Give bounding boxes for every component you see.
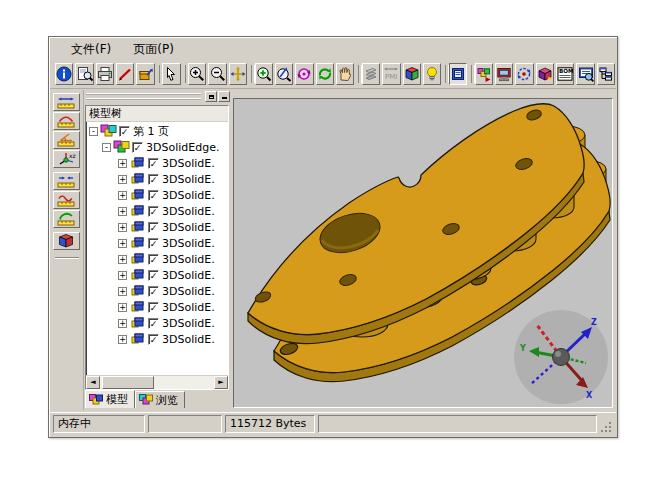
measure-arc-icon[interactable]: [53, 112, 80, 130]
tree-horizontal-scrollbar[interactable]: ◄ ►: [86, 375, 228, 389]
checkbox[interactable]: ✓: [148, 302, 159, 313]
zoom-extent-icon[interactable]: [275, 63, 293, 85]
info-icon[interactable]: [55, 63, 73, 85]
explode-icon[interactable]: [536, 63, 554, 85]
checkbox[interactable]: ✓: [148, 190, 159, 201]
measure-gap-icon[interactable]: [53, 172, 80, 190]
tree-label[interactable]: 3DSolidEdge.: [146, 141, 219, 154]
notebook-icon[interactable]: [449, 63, 467, 85]
collapse-box-icon[interactable]: -: [102, 143, 111, 152]
print-preview-icon[interactable]: [75, 63, 93, 85]
tree-label[interactable]: 3DSolidE.: [162, 157, 215, 170]
expand-box-icon[interactable]: +: [118, 159, 127, 168]
view-cube-icon[interactable]: [403, 63, 421, 85]
scroll-left-icon[interactable]: ◄: [86, 376, 100, 389]
tree-label[interactable]: 3DSolidE.: [162, 269, 215, 282]
expand-box-icon[interactable]: +: [118, 255, 127, 264]
workstation-icon[interactable]: [495, 63, 513, 85]
zoom-in-icon[interactable]: [188, 63, 206, 85]
viewport-3d[interactable]: Z X Y: [233, 98, 613, 408]
tree-row-part[interactable]: + ✓ 3DSolidE.: [86, 315, 228, 331]
expand-box-icon[interactable]: +: [118, 207, 127, 216]
tree-label[interactable]: 3DSolidE.: [162, 317, 215, 330]
panel-hide-button[interactable]: [218, 91, 230, 102]
tree-row-part[interactable]: + ✓ 3DSolidE.: [86, 267, 228, 283]
assembly-icon[interactable]: [475, 63, 493, 85]
tree-label[interactable]: 3DSolidE.: [162, 301, 215, 314]
tree-row-part[interactable]: + ✓ 3DSolidE.: [86, 251, 228, 267]
resize-grip[interactable]: [600, 420, 613, 433]
panel-header[interactable]: [85, 90, 231, 103]
scrollbar-thumb[interactable]: [102, 376, 154, 389]
tree-label[interactable]: 3DSolidE.: [162, 253, 215, 266]
zoom-window-icon[interactable]: [255, 63, 273, 85]
tree-row-part[interactable]: + ✓ 3DSolidE.: [86, 299, 228, 315]
panel-grip[interactable]: [86, 93, 201, 100]
tab-browse[interactable]: 浏览: [135, 391, 185, 408]
print-icon[interactable]: [96, 63, 114, 85]
measure-volume-icon[interactable]: [53, 232, 80, 250]
expand-box-icon[interactable]: +: [118, 335, 127, 344]
tree-row-part[interactable]: + ✓ 3DSolidE.: [86, 171, 228, 187]
tree-label[interactable]: 3DSolidE.: [162, 173, 215, 186]
checkbox[interactable]: ✓: [148, 270, 159, 281]
tree-label[interactable]: 3DSolidE.: [162, 285, 215, 298]
markup-pen-icon[interactable]: [116, 63, 134, 85]
tree-label[interactable]: 3DSolidE.: [162, 221, 215, 234]
tree-row-part[interactable]: + ✓ 3DSolidE.: [86, 203, 228, 219]
tree-label[interactable]: 3DSolidE.: [162, 237, 215, 250]
expand-box-icon[interactable]: +: [118, 223, 127, 232]
checkbox[interactable]: ✓: [148, 334, 159, 345]
rotate-view-icon[interactable]: [295, 63, 313, 85]
measure-radius-icon[interactable]: [53, 210, 80, 228]
structure-tree-icon[interactable]: [597, 63, 615, 85]
checkbox[interactable]: ✓: [148, 174, 159, 185]
tree-label[interactable]: 3DSolidE.: [162, 205, 215, 218]
axis-trackball[interactable]: Z X Y: [514, 310, 608, 404]
checkbox[interactable]: ✓: [148, 238, 159, 249]
tree-row-assembly[interactable]: - ✓ 3DSolidEdge.: [86, 139, 228, 155]
zoom-out-icon[interactable]: [208, 63, 226, 85]
export-icon[interactable]: [136, 63, 154, 85]
tree-row-part[interactable]: + ✓ 3DSolidE.: [86, 219, 228, 235]
expand-box-icon[interactable]: +: [118, 319, 127, 328]
hand-icon[interactable]: [336, 63, 354, 85]
measure-xyz-icon[interactable]: xz: [53, 150, 80, 168]
checkbox[interactable]: ✓: [119, 126, 130, 137]
tree-row-part[interactable]: + ✓ 3DSolidE.: [86, 283, 228, 299]
checkbox[interactable]: ✓: [148, 318, 159, 329]
checkbox[interactable]: ✓: [148, 222, 159, 233]
measure-curve-icon[interactable]: [53, 191, 80, 209]
orbit-icon[interactable]: [515, 63, 533, 85]
panel-float-button[interactable]: [205, 91, 217, 102]
measure-angle-icon[interactable]: [53, 131, 80, 149]
menu-page[interactable]: 页面(P): [124, 39, 183, 60]
pan-icon[interactable]: [229, 63, 247, 85]
light-icon[interactable]: [423, 63, 441, 85]
bom-icon[interactable]: BOM: [556, 63, 574, 85]
scroll-right-icon[interactable]: ►: [214, 376, 228, 389]
expand-box-icon[interactable]: +: [118, 303, 127, 312]
report-icon[interactable]: [576, 63, 594, 85]
checkbox[interactable]: ✓: [148, 158, 159, 169]
collapse-box-icon[interactable]: -: [89, 127, 98, 136]
spin-icon[interactable]: [316, 63, 334, 85]
tree-row-part[interactable]: + ✓ 3DSolidE.: [86, 235, 228, 251]
checkbox[interactable]: ✓: [132, 142, 143, 153]
menu-file[interactable]: 文件(F): [62, 39, 120, 60]
tree-row-part[interactable]: + ✓ 3DSolidE.: [86, 155, 228, 171]
checkbox[interactable]: ✓: [148, 206, 159, 217]
expand-box-icon[interactable]: +: [118, 239, 127, 248]
tree-row-part[interactable]: + ✓ 3DSolidE.: [86, 187, 228, 203]
select-arrow-icon[interactable]: [162, 63, 180, 85]
tree-label[interactable]: 3DSolidE.: [162, 333, 215, 346]
tree-label[interactable]: 第 1 页: [133, 124, 169, 139]
expand-box-icon[interactable]: +: [118, 271, 127, 280]
tree-row-part[interactable]: + ✓ 3DSolidE.: [86, 331, 228, 347]
checkbox[interactable]: ✓: [148, 254, 159, 265]
expand-box-icon[interactable]: +: [118, 175, 127, 184]
tree-row-page[interactable]: - ✓ 第 1 页: [86, 123, 228, 139]
tree-label[interactable]: 3DSolidE.: [162, 189, 215, 202]
pmi-icon[interactable]: PMI: [382, 63, 400, 85]
expand-box-icon[interactable]: +: [118, 287, 127, 296]
